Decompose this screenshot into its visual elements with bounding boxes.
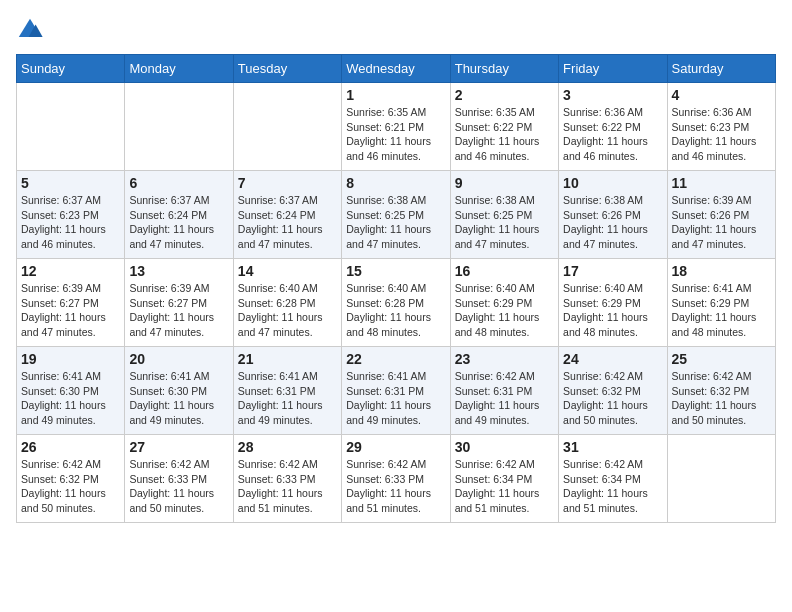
- weekday-header: Friday: [559, 55, 667, 83]
- day-number: 24: [563, 351, 662, 367]
- daylight-text: Daylight: 11 hours and 47 minutes.: [21, 311, 106, 338]
- day-info: Sunrise: 6:42 AMSunset: 6:33 PMDaylight:…: [129, 457, 228, 516]
- day-number: 28: [238, 439, 337, 455]
- day-info: Sunrise: 6:42 AMSunset: 6:32 PMDaylight:…: [563, 369, 662, 428]
- daylight-text: Daylight: 11 hours and 46 minutes.: [346, 135, 431, 162]
- sunset-text: Sunset: 6:27 PM: [129, 297, 207, 309]
- sunset-text: Sunset: 6:32 PM: [21, 473, 99, 485]
- daylight-text: Daylight: 11 hours and 48 minutes.: [455, 311, 540, 338]
- day-number: 18: [672, 263, 771, 279]
- sunrise-text: Sunrise: 6:40 AM: [346, 282, 426, 294]
- calendar-day-cell: 23Sunrise: 6:42 AMSunset: 6:31 PMDayligh…: [450, 347, 558, 435]
- daylight-text: Daylight: 11 hours and 48 minutes.: [346, 311, 431, 338]
- day-info: Sunrise: 6:42 AMSunset: 6:33 PMDaylight:…: [346, 457, 445, 516]
- sunset-text: Sunset: 6:34 PM: [563, 473, 641, 485]
- sunset-text: Sunset: 6:33 PM: [238, 473, 316, 485]
- day-info: Sunrise: 6:35 AMSunset: 6:22 PMDaylight:…: [455, 105, 554, 164]
- sunrise-text: Sunrise: 6:40 AM: [455, 282, 535, 294]
- sunrise-text: Sunrise: 6:40 AM: [563, 282, 643, 294]
- calendar-day-cell: 22Sunrise: 6:41 AMSunset: 6:31 PMDayligh…: [342, 347, 450, 435]
- sunset-text: Sunset: 6:24 PM: [129, 209, 207, 221]
- day-number: 25: [672, 351, 771, 367]
- sunrise-text: Sunrise: 6:42 AM: [455, 458, 535, 470]
- sunset-text: Sunset: 6:29 PM: [455, 297, 533, 309]
- day-number: 6: [129, 175, 228, 191]
- sunrise-text: Sunrise: 6:40 AM: [238, 282, 318, 294]
- day-info: Sunrise: 6:40 AMSunset: 6:28 PMDaylight:…: [238, 281, 337, 340]
- daylight-text: Daylight: 11 hours and 49 minutes.: [346, 399, 431, 426]
- day-info: Sunrise: 6:41 AMSunset: 6:31 PMDaylight:…: [346, 369, 445, 428]
- calendar-day-cell: 26Sunrise: 6:42 AMSunset: 6:32 PMDayligh…: [17, 435, 125, 523]
- sunrise-text: Sunrise: 6:36 AM: [563, 106, 643, 118]
- sunset-text: Sunset: 6:28 PM: [346, 297, 424, 309]
- day-number: 16: [455, 263, 554, 279]
- sunrise-text: Sunrise: 6:35 AM: [455, 106, 535, 118]
- day-info: Sunrise: 6:36 AMSunset: 6:22 PMDaylight:…: [563, 105, 662, 164]
- calendar-day-cell: [17, 83, 125, 171]
- sunrise-text: Sunrise: 6:42 AM: [346, 458, 426, 470]
- sunrise-text: Sunrise: 6:39 AM: [21, 282, 101, 294]
- sunrise-text: Sunrise: 6:39 AM: [129, 282, 209, 294]
- weekday-header: Saturday: [667, 55, 775, 83]
- day-number: 4: [672, 87, 771, 103]
- daylight-text: Daylight: 11 hours and 48 minutes.: [672, 311, 757, 338]
- daylight-text: Daylight: 11 hours and 46 minutes.: [455, 135, 540, 162]
- sunset-text: Sunset: 6:23 PM: [21, 209, 99, 221]
- calendar-day-cell: 28Sunrise: 6:42 AMSunset: 6:33 PMDayligh…: [233, 435, 341, 523]
- sunrise-text: Sunrise: 6:41 AM: [238, 370, 318, 382]
- sunset-text: Sunset: 6:30 PM: [129, 385, 207, 397]
- weekday-header: Thursday: [450, 55, 558, 83]
- calendar-day-cell: 14Sunrise: 6:40 AMSunset: 6:28 PMDayligh…: [233, 259, 341, 347]
- calendar-day-cell: 11Sunrise: 6:39 AMSunset: 6:26 PMDayligh…: [667, 171, 775, 259]
- day-info: Sunrise: 6:42 AMSunset: 6:34 PMDaylight:…: [563, 457, 662, 516]
- day-info: Sunrise: 6:41 AMSunset: 6:31 PMDaylight:…: [238, 369, 337, 428]
- sunset-text: Sunset: 6:29 PM: [672, 297, 750, 309]
- daylight-text: Daylight: 11 hours and 49 minutes.: [238, 399, 323, 426]
- daylight-text: Daylight: 11 hours and 50 minutes.: [672, 399, 757, 426]
- calendar-day-cell: 29Sunrise: 6:42 AMSunset: 6:33 PMDayligh…: [342, 435, 450, 523]
- day-number: 30: [455, 439, 554, 455]
- sunset-text: Sunset: 6:22 PM: [455, 121, 533, 133]
- calendar-day-cell: 2Sunrise: 6:35 AMSunset: 6:22 PMDaylight…: [450, 83, 558, 171]
- calendar-day-cell: 8Sunrise: 6:38 AMSunset: 6:25 PMDaylight…: [342, 171, 450, 259]
- daylight-text: Daylight: 11 hours and 48 minutes.: [563, 311, 648, 338]
- day-number: 23: [455, 351, 554, 367]
- calendar-day-cell: 6Sunrise: 6:37 AMSunset: 6:24 PMDaylight…: [125, 171, 233, 259]
- calendar-week-row: 5Sunrise: 6:37 AMSunset: 6:23 PMDaylight…: [17, 171, 776, 259]
- sunset-text: Sunset: 6:25 PM: [455, 209, 533, 221]
- day-info: Sunrise: 6:41 AMSunset: 6:30 PMDaylight:…: [129, 369, 228, 428]
- day-number: 12: [21, 263, 120, 279]
- day-number: 19: [21, 351, 120, 367]
- daylight-text: Daylight: 11 hours and 51 minutes.: [563, 487, 648, 514]
- day-number: 14: [238, 263, 337, 279]
- sunrise-text: Sunrise: 6:42 AM: [238, 458, 318, 470]
- daylight-text: Daylight: 11 hours and 50 minutes.: [563, 399, 648, 426]
- sunset-text: Sunset: 6:23 PM: [672, 121, 750, 133]
- daylight-text: Daylight: 11 hours and 51 minutes.: [238, 487, 323, 514]
- page-header: [16, 16, 776, 44]
- sunrise-text: Sunrise: 6:42 AM: [455, 370, 535, 382]
- sunrise-text: Sunrise: 6:38 AM: [346, 194, 426, 206]
- day-info: Sunrise: 6:42 AMSunset: 6:32 PMDaylight:…: [672, 369, 771, 428]
- sunrise-text: Sunrise: 6:37 AM: [238, 194, 318, 206]
- daylight-text: Daylight: 11 hours and 49 minutes.: [21, 399, 106, 426]
- day-number: 3: [563, 87, 662, 103]
- sunset-text: Sunset: 6:26 PM: [672, 209, 750, 221]
- daylight-text: Daylight: 11 hours and 51 minutes.: [455, 487, 540, 514]
- sunset-text: Sunset: 6:22 PM: [563, 121, 641, 133]
- day-info: Sunrise: 6:39 AMSunset: 6:27 PMDaylight:…: [21, 281, 120, 340]
- calendar-day-cell: 21Sunrise: 6:41 AMSunset: 6:31 PMDayligh…: [233, 347, 341, 435]
- sunset-text: Sunset: 6:31 PM: [346, 385, 424, 397]
- day-info: Sunrise: 6:37 AMSunset: 6:24 PMDaylight:…: [238, 193, 337, 252]
- daylight-text: Daylight: 11 hours and 47 minutes.: [672, 223, 757, 250]
- daylight-text: Daylight: 11 hours and 49 minutes.: [455, 399, 540, 426]
- sunset-text: Sunset: 6:31 PM: [238, 385, 316, 397]
- calendar-day-cell: 12Sunrise: 6:39 AMSunset: 6:27 PMDayligh…: [17, 259, 125, 347]
- sunrise-text: Sunrise: 6:41 AM: [129, 370, 209, 382]
- calendar-day-cell: 3Sunrise: 6:36 AMSunset: 6:22 PMDaylight…: [559, 83, 667, 171]
- sunset-text: Sunset: 6:33 PM: [346, 473, 424, 485]
- calendar-week-row: 1Sunrise: 6:35 AMSunset: 6:21 PMDaylight…: [17, 83, 776, 171]
- day-number: 17: [563, 263, 662, 279]
- sunset-text: Sunset: 6:25 PM: [346, 209, 424, 221]
- day-info: Sunrise: 6:38 AMSunset: 6:26 PMDaylight:…: [563, 193, 662, 252]
